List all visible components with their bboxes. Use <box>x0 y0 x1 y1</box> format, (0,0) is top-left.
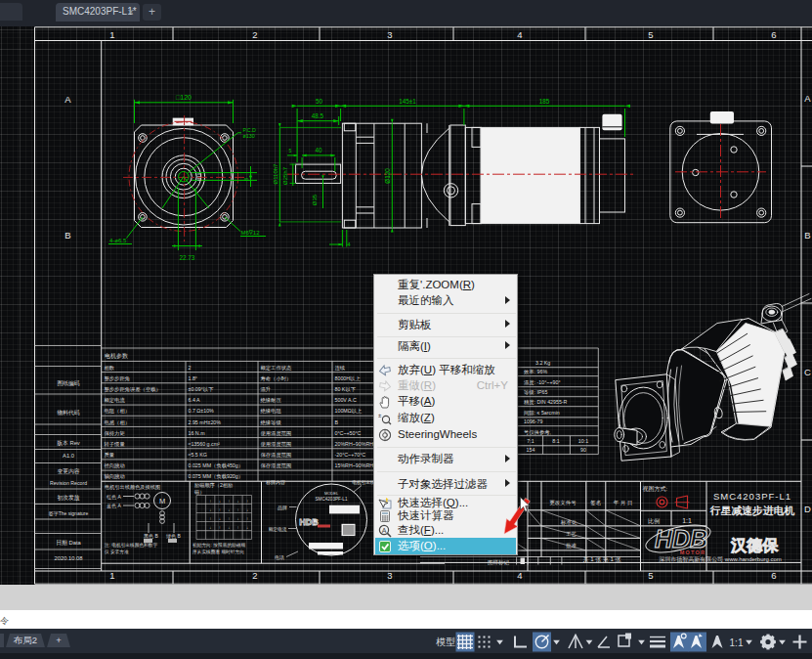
svg-text:↓: ↓ <box>237 516 239 521</box>
svg-text:↑: ↑ <box>219 525 221 530</box>
svg-text:效率: 96%: 效率: 96% <box>524 369 547 374</box>
svg-text:↓: ↓ <box>219 516 221 521</box>
svg-text:6: 6 <box>771 570 776 581</box>
svg-text:连续: 连续 <box>335 365 346 371</box>
svg-text:B: B <box>804 230 810 241</box>
svg-text:寿命（小时）: 寿命（小时） <box>261 375 292 381</box>
svg-text:-20°C~+70°C: -20°C~+70°C <box>335 452 366 458</box>
svg-text:Ø19: Ø19 <box>197 172 202 181</box>
svg-text:使用温度范围: 使用温度范围 <box>261 430 292 437</box>
svg-text:径向跳动: 径向跳动 <box>105 462 125 469</box>
svg-text:6.4 A: 6.4 A <box>189 397 201 403</box>
svg-text:3: 3 <box>387 29 392 40</box>
svg-text:序从实线圈看 顺时针方向: 序从实线圈看 顺时针方向 <box>192 549 244 555</box>
svg-text:2: 2 <box>252 570 257 581</box>
svg-text:↓: ↓ <box>228 507 230 512</box>
svg-text:B: B <box>64 230 70 241</box>
svg-text:145±1: 145±1 <box>399 98 416 105</box>
svg-text:8000H以上: 8000H以上 <box>335 375 362 381</box>
svg-text:4: 4 <box>347 242 351 247</box>
svg-text:≈13560 g.cm²: ≈13560 g.cm² <box>189 441 221 447</box>
svg-text:2.95 mH±20%: 2.95 mH±20% <box>189 419 222 425</box>
svg-text:Ø110h7: Ø110h7 <box>273 163 278 185</box>
svg-text:模型: 模型 <box>436 637 455 647</box>
svg-text:深圳市德智高新有限公司 www.handerburg.com: 深圳市德智高新有限公司 www.handerburg.com <box>659 555 782 563</box>
svg-text:↑: ↑ <box>228 499 230 504</box>
svg-text:1:1: 1:1 <box>682 517 692 524</box>
svg-text:励磁顺序（2相励: 励磁顺序（2相励 <box>194 482 233 489</box>
svg-text:Revision Record: Revision Record <box>50 480 87 486</box>
svg-text:蓝色 A: 蓝色 A <box>107 503 121 509</box>
svg-text:↓: ↓ <box>246 507 248 512</box>
svg-text:185: 185 <box>539 98 550 105</box>
svg-text:3.2 Kg: 3.2 Kg <box>535 360 550 366</box>
svg-text:绿色 B: 绿色 B <box>166 533 181 539</box>
svg-text:↓: ↓ <box>209 525 211 530</box>
svg-text:M6∇12: M6∇12 <box>241 230 261 236</box>
svg-text:□120: □120 <box>176 94 192 101</box>
svg-text:↓: ↓ <box>228 525 230 530</box>
svg-text:Ø25h7: Ø25h7 <box>282 166 288 185</box>
svg-text:轴向跳动: 轴向跳动 <box>105 473 125 480</box>
svg-text:视图方式:: 视图方式: <box>643 485 668 493</box>
svg-text:初次发放: 初次发放 <box>57 494 79 502</box>
svg-text:SMC4203PF-L1: SMC4203PF-L1 <box>316 497 348 502</box>
svg-text:年 月 日: 年 月 日 <box>614 500 633 506</box>
svg-text:质量: 质量 <box>105 452 115 458</box>
svg-text:100MΩ以上: 100MΩ以上 <box>335 408 363 414</box>
svg-text:日期 Data: 日期 Data <box>56 540 81 547</box>
svg-text:2: 2 <box>189 365 192 371</box>
svg-text:Ø35: Ø35 <box>312 194 318 205</box>
svg-text:转子惯量: 转子惯量 <box>105 441 126 448</box>
svg-text:SMC4203PF-L1: SMC4203PF-L1 <box>713 491 791 502</box>
svg-text:号仅供参考,: 号仅供参考, <box>524 429 551 436</box>
svg-text:0°C~+50°C: 0°C~+50°C <box>335 430 362 436</box>
svg-text:↑: ↑ <box>246 499 248 504</box>
svg-text:15%RH~90%RH: 15%RH~90%RH <box>335 462 374 468</box>
svg-text:↓: ↓ <box>219 499 221 504</box>
svg-text:↑: ↑ <box>237 525 239 530</box>
svg-text:保持力矩: 保持力矩 <box>105 430 126 437</box>
svg-text:A1.0: A1.0 <box>63 453 74 459</box>
svg-text:0.025 MM（负载450g）: 0.025 MM（负载450g） <box>189 462 244 468</box>
svg-text:↑: ↑ <box>209 516 211 521</box>
svg-text:4-ø6.5: 4-ø6.5 <box>109 238 127 243</box>
svg-text:154: 154 <box>527 447 535 453</box>
svg-text:绝缘等级: 绝缘等级 <box>261 419 282 425</box>
svg-text:HDB: HDB <box>299 517 319 527</box>
svg-text:↓: ↓ <box>246 525 248 530</box>
svg-text:额定电流: 额定电流 <box>105 397 126 404</box>
svg-text:1: 1 <box>109 29 114 40</box>
svg-text:比例: 比例 <box>648 518 660 525</box>
svg-text:电机引出线颜色及接线图: 电机引出线颜色及接线图 <box>105 484 160 491</box>
svg-text:500V A.C: 500V A.C <box>335 397 358 403</box>
svg-text:A: A <box>64 94 71 105</box>
svg-text:48.5: 48.5 <box>312 112 324 119</box>
svg-text:整步步距角: 整步步距角 <box>105 375 130 381</box>
svg-text:仅 安装方准: 仅 安装方准 <box>104 549 129 555</box>
svg-text:共 1 张 第 1 张: 共 1 张 第 1 张 <box>582 556 620 563</box>
svg-text:变更内容: 变更内容 <box>57 468 79 475</box>
svg-text:相数: 相数 <box>105 365 115 372</box>
svg-text:P.C.D: P.C.D <box>243 127 257 133</box>
svg-text:Ø120: Ø120 <box>384 168 391 184</box>
svg-text:更改文件号: 更改文件号 <box>549 500 577 505</box>
svg-text:标牌内容: 标牌内容 <box>265 479 285 486</box>
svg-text:MODEL: MODEL <box>324 491 339 496</box>
svg-text:图纸编码: 图纸编码 <box>57 379 79 387</box>
svg-text:2: 2 <box>252 29 257 40</box>
svg-text:8:1: 8:1 <box>552 438 559 444</box>
svg-text:↓: ↓ <box>209 507 211 512</box>
svg-text:间隙: ≤ 5arcmin: 间隙: ≤ 5arcmin <box>524 410 560 417</box>
svg-text:物料代码: 物料代码 <box>57 409 79 417</box>
svg-text:使用湿度范围: 使用湿度范围 <box>261 441 292 448</box>
svg-text:20%RH~90%RH: 20%RH~90%RH <box>335 441 374 447</box>
svg-text:7:1: 7:1 <box>527 438 534 444</box>
svg-text:1:1: 1:1 <box>730 637 744 648</box>
svg-text:ø130: ø130 <box>243 133 255 139</box>
svg-text:绝缘耐压: 绝缘耐压 <box>261 397 282 404</box>
svg-text:±0.09°以下: ±0.09°以下 <box>189 386 215 392</box>
svg-text:电机引出线: 电机引出线 <box>352 480 375 486</box>
svg-text:80 K以下: 80 K以下 <box>335 386 357 392</box>
svg-text:品牌: 品牌 <box>278 505 287 511</box>
